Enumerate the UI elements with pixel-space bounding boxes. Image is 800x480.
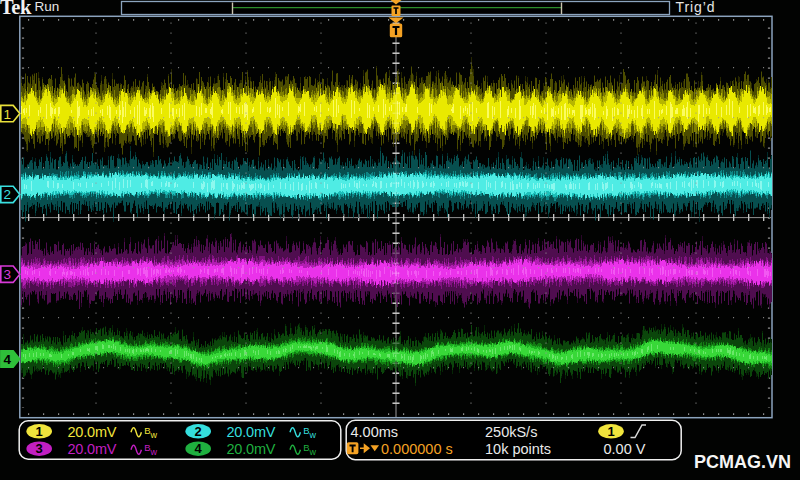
svg-text:20.0mV: 20.0mV <box>227 424 276 440</box>
svg-text:4.00ms: 4.00ms <box>351 424 399 440</box>
svg-text:Tek: Tek <box>0 0 32 18</box>
svg-text:1: 1 <box>3 107 11 122</box>
svg-text:1: 1 <box>607 424 614 439</box>
svg-text:20.0mV: 20.0mV <box>68 424 117 440</box>
svg-text:250kS/s: 250kS/s <box>485 424 537 440</box>
svg-text:2: 2 <box>195 424 202 439</box>
svg-text:20.0mV: 20.0mV <box>68 441 117 457</box>
svg-text:2: 2 <box>3 187 11 202</box>
svg-text:Trig’d: Trig’d <box>676 0 716 15</box>
svg-text:20.0mV: 20.0mV <box>227 441 276 457</box>
svg-text:w: w <box>309 447 317 457</box>
svg-text:0.00 V: 0.00 V <box>604 441 646 457</box>
svg-text:3: 3 <box>36 441 43 456</box>
svg-text:w: w <box>150 430 158 440</box>
svg-text:4: 4 <box>195 441 203 456</box>
svg-text:10k points: 10k points <box>485 441 551 457</box>
svg-text:0.000000 s: 0.000000 s <box>381 441 453 457</box>
svg-text:1: 1 <box>36 424 43 439</box>
svg-text:Run: Run <box>35 0 60 14</box>
svg-text:3: 3 <box>3 267 11 282</box>
svg-text:w: w <box>150 447 158 457</box>
svg-text:4: 4 <box>3 352 11 367</box>
svg-text:w: w <box>309 430 317 440</box>
svg-text:PCMAG.VN: PCMAG.VN <box>694 452 791 472</box>
